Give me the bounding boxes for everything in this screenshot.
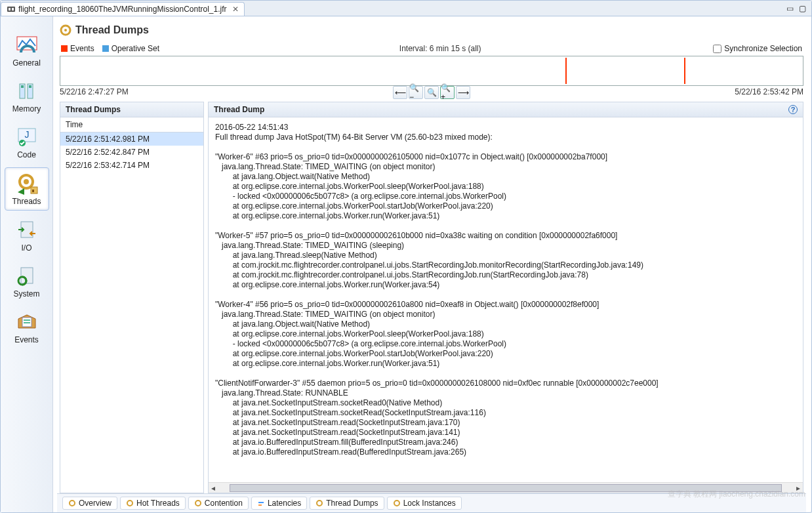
tab-contention[interactable]: Contention — [188, 497, 249, 510]
contention-icon — [194, 499, 202, 507]
thread-dump-text[interactable]: 2016-05-22 14:51:43 Full thread dump Jav… — [209, 117, 803, 482]
interval-label: Interval: 6 min 15 s (all) — [167, 44, 713, 53]
memory-icon — [15, 79, 39, 103]
svg-rect-0 — [7, 7, 15, 12]
hot-threads-icon — [126, 499, 134, 507]
io-icon — [15, 218, 39, 242]
thread-dumps-tab-icon — [315, 499, 323, 507]
recording-icon — [7, 5, 16, 13]
thread-dump-panel: Thread Dump ? 2016-05-22 14:51:43 Full t… — [208, 102, 803, 493]
editor-tab-label: flight_recording_18060TheJVMRunningMissi… — [18, 5, 227, 14]
svg-rect-21 — [24, 322, 30, 323]
system-icon — [15, 264, 39, 288]
nav-back-button[interactable]: ⟵ — [393, 86, 407, 99]
timeline-event-bar — [565, 58, 567, 84]
svg-rect-20 — [24, 319, 30, 321]
latencies-icon — [257, 499, 265, 507]
legend-color-opset — [102, 45, 109, 52]
svg-rect-1 — [9, 8, 10, 10]
svg-rect-27 — [258, 502, 264, 503]
sidebar-item-system[interactable]: System — [5, 260, 49, 302]
nav-zoom-in-button[interactable]: 🔍+ — [440, 86, 455, 99]
close-icon[interactable]: ✕ — [232, 5, 239, 14]
nav-zoom-out-button[interactable]: 🔍− — [409, 86, 423, 99]
sidebar-item-threads[interactable]: Threads — [5, 167, 49, 211]
scroll-left-icon[interactable]: ◂ — [209, 483, 218, 493]
thread-dumps-panel: Thread Dumps Time 5/22/16 2:51:42.981 PM… — [60, 102, 204, 493]
overview-icon — [68, 499, 76, 507]
timeline-event-bar — [684, 58, 685, 84]
nav-forward-button[interactable]: ⟶ — [456, 86, 470, 99]
help-icon[interactable]: ? — [788, 105, 798, 114]
sidebar-item-label: Events — [14, 335, 39, 344]
list-item[interactable]: 5/22/16 2:51:42.981 PM — [60, 133, 203, 146]
timeline[interactable] — [60, 56, 803, 86]
thread-dumps-icon — [60, 24, 71, 36]
sidebar-item-memory[interactable]: Memory — [5, 75, 49, 117]
svg-rect-28 — [258, 504, 262, 506]
window-controls: ▭ ▢ — [786, 4, 811, 13]
sidebar-item-label: General — [12, 58, 41, 68]
svg-point-26 — [195, 501, 201, 506]
svg-point-25 — [127, 501, 132, 506]
list-item[interactable]: 5/22/16 2:52:42.847 PM — [60, 146, 203, 159]
svg-text:J: J — [24, 129, 29, 140]
sidebar-item-label: Memory — [12, 104, 41, 113]
watermark: 查字典 教程网 jiaocheng.chazidian.com — [668, 489, 805, 500]
nav-zoom-button[interactable]: 🔍 — [424, 86, 439, 99]
svg-rect-15 — [32, 190, 34, 192]
sidebar-item-label: System — [13, 289, 39, 298]
maximize-icon[interactable]: ▢ — [799, 4, 806, 13]
lock-instances-icon — [393, 499, 401, 507]
sidebar-item-label: Threads — [12, 197, 41, 206]
page-title: Thread Dumps — [57, 20, 806, 43]
timeline-header: Events Operative Set Interval: 6 min 15 … — [57, 43, 806, 54]
sidebar-item-events[interactable]: Events — [5, 306, 49, 348]
svg-marker-13 — [18, 188, 24, 195]
tab-lock-instances[interactable]: Lock Instances — [387, 497, 462, 510]
svg-point-23 — [64, 29, 67, 31]
panel-title: Thread Dump — [214, 105, 264, 114]
sync-selection-checkbox[interactable] — [713, 45, 721, 53]
sidebar-item-label: Code — [17, 150, 36, 159]
svg-rect-7 — [29, 85, 31, 88]
tab-overview[interactable]: Overview — [62, 497, 117, 510]
minimize-icon[interactable]: ▭ — [786, 4, 794, 13]
gauge-icon — [15, 33, 39, 57]
legend-color-events — [61, 45, 68, 52]
legend-opset: Operative Set — [102, 44, 159, 53]
legend-events: Events — [61, 44, 94, 53]
tab-latencies[interactable]: Latencies — [251, 497, 307, 510]
sidebar-item-label: I/O — [21, 243, 31, 253]
svg-point-12 — [24, 179, 29, 184]
sidebar-item-general[interactable]: General — [5, 30, 49, 72]
svg-rect-2 — [12, 8, 14, 10]
column-header-time[interactable]: Time — [60, 117, 203, 133]
tab-hot-threads[interactable]: Hot Threads — [120, 497, 186, 510]
editor-tabbar: flight_recording_18060TheJVMRunningMissi… — [1, 1, 811, 16]
panel-title: Thread Dumps — [66, 105, 121, 114]
svg-point-24 — [70, 501, 75, 506]
svg-point-29 — [317, 501, 322, 506]
sidebar-item-code[interactable]: J Code — [5, 121, 49, 163]
sidebar: General Memory J Code Threads I/O System — [1, 16, 53, 512]
svg-rect-6 — [21, 85, 24, 88]
threads-icon — [15, 172, 39, 195]
sync-selection[interactable]: Synchronize Selection — [713, 44, 802, 53]
code-icon: J — [15, 125, 39, 149]
editor-tab[interactable]: flight_recording_18060TheJVMRunningMissi… — [1, 2, 245, 16]
events-icon — [15, 310, 39, 334]
svg-point-30 — [394, 501, 399, 506]
thread-dumps-list[interactable]: 5/22/16 2:51:42.981 PM 5/22/16 2:52:42.8… — [60, 133, 203, 493]
tab-thread-dumps[interactable]: Thread Dumps — [310, 497, 384, 510]
list-item[interactable]: 5/22/16 2:53:42.714 PM — [60, 159, 203, 172]
sidebar-item-io[interactable]: I/O — [5, 215, 49, 256]
